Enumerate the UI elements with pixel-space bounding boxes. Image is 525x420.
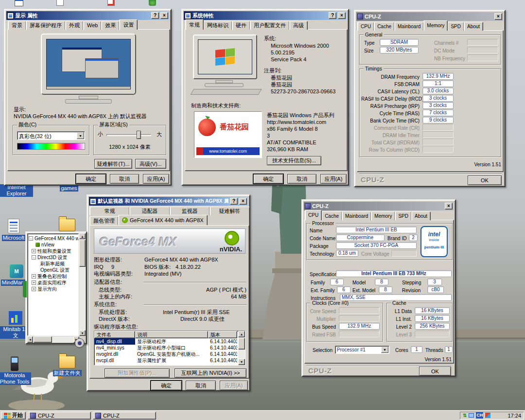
collapse-icon[interactable]: - — [32, 255, 36, 260]
title-bar[interactable]: 显示 属性 ? × — [6, 11, 169, 20]
tab-settings[interactable]: 设置 — [119, 19, 138, 30]
table-row[interactable]: nv4_disp.dll 显示驱动程序 6.14.10.4403 — [94, 338, 245, 345]
close-button[interactable]: × — [494, 13, 502, 20]
expand-icon[interactable]: + — [32, 287, 36, 291]
apply-button[interactable]: 应用(A) — [143, 174, 169, 184]
app-tray-icon[interactable] — [485, 413, 490, 418]
tree-item[interactable]: +性能和质量设置 — [28, 248, 78, 254]
expand-icon[interactable]: + — [32, 280, 36, 285]
cancel-button[interactable]: 取消 — [186, 381, 216, 390]
tab-monitor[interactable]: 监视器 — [170, 207, 210, 215]
title-bar[interactable]: 默认监视器 和 NVIDIA GeForce4 MX 440 with AGP8… — [89, 197, 248, 206]
support-info-button[interactable]: 技术支持信息(S)... — [267, 156, 321, 165]
network-activity-icon[interactable]: ⇅ — [463, 413, 467, 418]
scroll-down-icon[interactable]: ▼ — [238, 359, 245, 365]
panel-slide-button[interactable] — [75, 338, 85, 348]
close-button[interactable]: × — [239, 198, 247, 205]
troubleshoot-button[interactable]: 疑难解答(T)... — [94, 159, 132, 169]
scroll-down-icon[interactable]: ▼ — [79, 330, 86, 336]
expand-icon[interactable]: + — [32, 274, 36, 279]
column-header-file[interactable]: 文件名 — [94, 331, 135, 338]
tab-screensaver[interactable]: 屏幕保护程序 — [26, 21, 66, 30]
ver-cell[interactable]: 6.14.10.4403 — [208, 345, 237, 351]
window-icon[interactable] — [15, 0, 23, 6]
title-bar[interactable]: 系统特性 ? × — [184, 11, 347, 20]
desc-cell[interactable]: 显示驱动程序小型端口 — [135, 345, 208, 351]
table-row[interactable]: nvoglnt.dll OpenGL 安装型客户机驱动... 6.14.10.4… — [94, 351, 245, 357]
close-button[interactable]: × — [338, 12, 346, 19]
close-button[interactable]: × — [160, 12, 168, 19]
chevron-down-icon[interactable]: ▼ — [381, 347, 388, 353]
tab-troubleshoot[interactable]: 疑难解答 — [210, 207, 250, 215]
ver-cell[interactable]: 6.14.10.4403 — [208, 338, 237, 345]
tab-cache[interactable]: Cache — [321, 211, 342, 220]
panel-handle[interactable] — [23, 281, 27, 298]
vertical-scrollbar[interactable]: ▲ ▼ — [79, 233, 86, 336]
taskbar-item-cpuz-2[interactable]: CPU-Z — [93, 412, 156, 420]
taskbar-item-cpuz-1[interactable]: CPU-Z — [28, 412, 91, 420]
advanced-button[interactable]: 高级(V)... — [135, 159, 166, 169]
tree-item[interactable]: nView — [28, 242, 78, 248]
tab-appearance[interactable]: 外观 — [65, 21, 84, 30]
color-depth-combobox[interactable]: 真彩色(32 位) ▼ — [17, 131, 85, 140]
table-header[interactable]: 文件名 说明 版本 — [94, 331, 245, 338]
ver-cell[interactable]: 6.14.10.4403 — [208, 351, 237, 357]
ok-button[interactable]: 确定 — [76, 174, 106, 184]
scrollbar-thumb[interactable] — [79, 240, 86, 267]
tab-background[interactable]: 背景 — [8, 21, 26, 30]
cancel-button[interactable]: 取消 — [287, 174, 316, 184]
tab-spd[interactable]: SPD — [395, 211, 412, 220]
tab-general[interactable]: 常规 — [89, 207, 130, 215]
close-button[interactable]: × — [445, 203, 453, 210]
language-indicator[interactable]: CH — [476, 412, 483, 419]
apply-button[interactable]: 应用(A) — [320, 174, 347, 184]
tab-web[interactable]: Web — [83, 21, 102, 30]
scroll-left-icon[interactable]: ◄ — [27, 336, 33, 343]
desc-cell[interactable]: 显示驱动程序 — [135, 338, 208, 345]
display-tray-icon[interactable] — [469, 413, 474, 418]
document-icon[interactable] — [107, 0, 115, 6]
tab-effects[interactable]: 效果 — [101, 21, 120, 30]
file-cell[interactable]: nvoglnt.dll — [94, 351, 135, 357]
ok-button[interactable]: 确定 — [151, 381, 182, 390]
tree-item[interactable]: +显示方向 — [28, 286, 78, 292]
tree-item[interactable]: 刷新率超频 — [28, 261, 78, 267]
desktop-icon-new-folder[interactable]: 新建文件夹 — [51, 353, 84, 376]
file-cell[interactable]: nvcpl.dll — [94, 357, 135, 364]
processor-selection-combobox[interactable]: Processor #1 ▼ — [335, 346, 389, 354]
horizontal-scrollbar[interactable]: ◄ ► — [27, 336, 79, 343]
tab-geforce[interactable]: GeForce4 MX 440 with AGP8X — [118, 215, 208, 225]
collapse-icon[interactable]: - — [29, 236, 33, 241]
title-bar[interactable]: CPU-Z × — [304, 202, 454, 210]
desktop-icon-folder[interactable] — [51, 216, 84, 233]
title-bar[interactable]: CPU-Z × — [356, 12, 503, 21]
desktop-icon-motorola-phone-tools[interactable]: Motorola Phone Tools — [0, 356, 31, 385]
table-row[interactable]: nvcpl.dll 显示属性扩展 6.14.10.4403 — [94, 357, 245, 364]
file-cell[interactable]: nv4_mini.sys — [94, 345, 135, 351]
scrollbar-thumb[interactable] — [238, 338, 245, 350]
help-button[interactable]: ? — [230, 198, 238, 205]
column-header-ver[interactable]: 版本 — [208, 331, 237, 338]
scrollbar-thumb[interactable] — [34, 336, 52, 343]
scroll-up-icon[interactable]: ▲ — [79, 233, 86, 239]
tab-user-profiles[interactable]: 用户配置文件 — [250, 21, 290, 30]
help-button[interactable]: ? — [151, 12, 159, 19]
apply-button[interactable]: 应用(A) — [220, 381, 248, 390]
tree-item[interactable]: +重叠色彩控制 — [28, 273, 78, 280]
file-cell[interactable]: nv4_disp.dll — [94, 338, 135, 345]
tab-color-management[interactable]: 颜色管理 — [89, 216, 119, 225]
tab-about[interactable]: About — [464, 22, 483, 31]
desc-cell[interactable]: 显示属性扩展 — [135, 357, 208, 364]
document-icon[interactable] — [56, 0, 64, 6]
tree-item[interactable]: -Direct3D 设置 — [28, 254, 78, 261]
ok-button[interactable]: 确定 — [253, 174, 283, 184]
tab-general[interactable]: 常规 — [185, 19, 204, 30]
tab-about[interactable]: About — [411, 211, 431, 220]
table-row[interactable]: nv4_mini.sys 显示驱动程序小型端口 6.14.10.4403 — [94, 345, 245, 351]
ok-button[interactable]: OK — [468, 175, 502, 185]
nvidia-on-internet-button[interactable]: 互联网上的 NVIDIA(I) >> — [175, 368, 246, 378]
cancel-button[interactable]: 取消 — [110, 174, 139, 184]
tab-spd[interactable]: SPD — [447, 22, 464, 31]
ok-button[interactable]: OK — [419, 367, 451, 376]
driver-file-table[interactable]: 文件名 说明 版本 nv4_disp.dll 显示驱动程序 6.14.10.44… — [94, 331, 245, 366]
